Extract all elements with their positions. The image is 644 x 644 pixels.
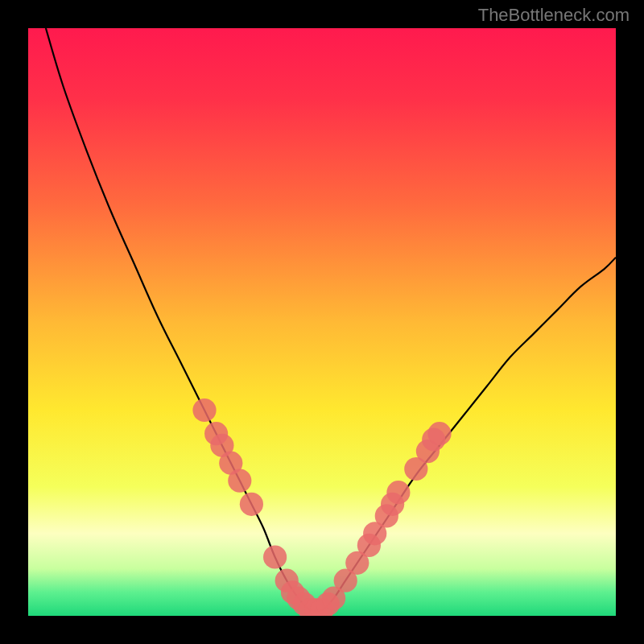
data-marker [386, 481, 410, 504]
data-marker [192, 398, 216, 422]
watermark-text: TheBottleneck.com [478, 5, 630, 26]
data-marker [263, 545, 287, 568]
data-marker [240, 493, 263, 516]
chart-svg [28, 28, 616, 616]
chart-container [28, 28, 616, 616]
chart-background [28, 28, 616, 616]
data-marker [228, 469, 251, 493]
data-marker [427, 422, 451, 445]
